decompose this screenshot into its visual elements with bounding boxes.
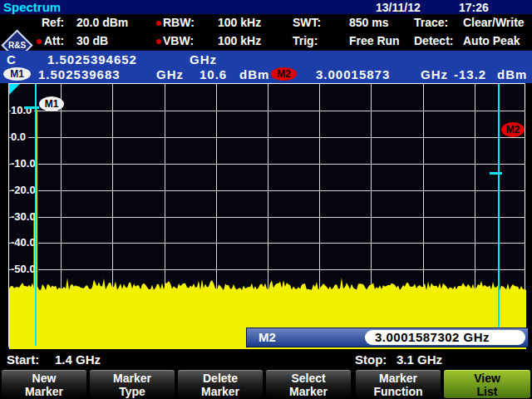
softkey-bar: NewMarker MarkerType DeleteMarker Select… [0,369,532,399]
start-label: Start: [7,352,39,367]
rbw-value[interactable]: 100 kHz [218,16,261,29]
m2-frequency: 3.00015873 [316,67,390,81]
trig-value[interactable]: Free Run [349,34,400,47]
m1-marker-flag[interactable]: M1 [39,96,64,111]
spectrum-plot: 10.00.0-10.0-20.0-30.0-40.0-50.0 M1 M2 [8,83,525,348]
softkey-delete-marker[interactable]: DeleteMarker [178,370,263,398]
marker-entry-box: M2 3.0001587302 GHz [246,328,529,347]
header-bar: Spectrum 13/11/12 17:26 [0,0,532,14]
softkey-marker-type[interactable]: MarkerType [90,370,175,398]
m2-level-tick [490,172,502,175]
att-label: Att: [44,34,64,47]
app-title: Spectrum [3,0,61,14]
m1-level-unit: dBm [239,67,269,81]
trace [9,84,526,349]
entry-label: M2 [259,330,276,344]
center-frequency: 1.5025394652 [47,52,137,66]
rbw-coupled-dot [156,21,161,26]
frequency-axis-strip: Start: 1.4 GHz Stop: 3.1 GHz [0,350,532,369]
vbw-coupled-dot [156,39,161,44]
rbw-label: RBW: [163,16,195,29]
trace-value[interactable]: Clear/Write [463,16,525,29]
spectrum-analyzer-screen: Spectrum 13/11/12 17:26 R&S Ref: 20.0 dB… [0,0,532,399]
m1-level-tick [24,106,39,109]
m1-marker-line[interactable] [35,84,37,346]
vbw-value[interactable]: 100 kHz [218,34,261,47]
att-coupled-dot [37,39,42,44]
softkey-new-marker[interactable]: NewMarker [2,370,86,398]
detect-value[interactable]: Auto Peak [463,34,520,47]
ref-label: Ref: [42,16,64,29]
date-label: 13/11/12 [376,1,421,14]
swt-label: SWT: [293,16,321,29]
ref-value[interactable]: 20.0 dBm [76,16,128,29]
softkey-select-marker[interactable]: SelectMarker [266,370,351,398]
trig-label: Trig: [293,34,318,47]
vbw-label: VBW: [163,34,194,47]
settings-panel: R&S Ref: 20.0 dBm Att: 30 dB RBW: 100 kH… [0,14,532,51]
start-value[interactable]: 1.4 GHz [55,352,101,367]
stop-value[interactable]: 3.1 GHz [397,352,442,367]
softkey-marker-function[interactable]: MarkerFunction [356,370,441,398]
m2-level-unit: dBm [497,67,527,81]
marker-readout-panel: C 1.5025394652 GHz M1 1.502539683 GHz 10… [0,51,532,83]
m2-marker-flag[interactable]: M2 [501,122,525,137]
center-freq-unit: GHz [190,52,217,66]
trace-corner-indicator [9,84,20,95]
stop-label: Stop: [355,352,387,367]
detect-label: Detect: [414,34,453,47]
center-label: C [7,52,17,66]
swt-value[interactable]: 850 ms [349,16,388,29]
m1-level: 10.6 [200,67,227,81]
marker-frequency-input[interactable]: 3.0001587302 GHz [365,330,525,345]
softkey-view-list[interactable]: ViewList [444,370,530,398]
m2-marker-line[interactable] [498,84,500,346]
m1-frequency: 1.502539683 [38,67,121,81]
time-label: 17:26 [459,1,489,14]
m2-badge: M2 [271,67,297,81]
m1-freq-unit: GHz [156,67,184,81]
m2-level: -13.2 [454,67,486,81]
m1-badge: M1 [3,67,31,81]
trace-label: Trace: [414,16,448,29]
m2-freq-unit: GHz [421,67,448,81]
att-value[interactable]: 30 dB [76,34,108,47]
